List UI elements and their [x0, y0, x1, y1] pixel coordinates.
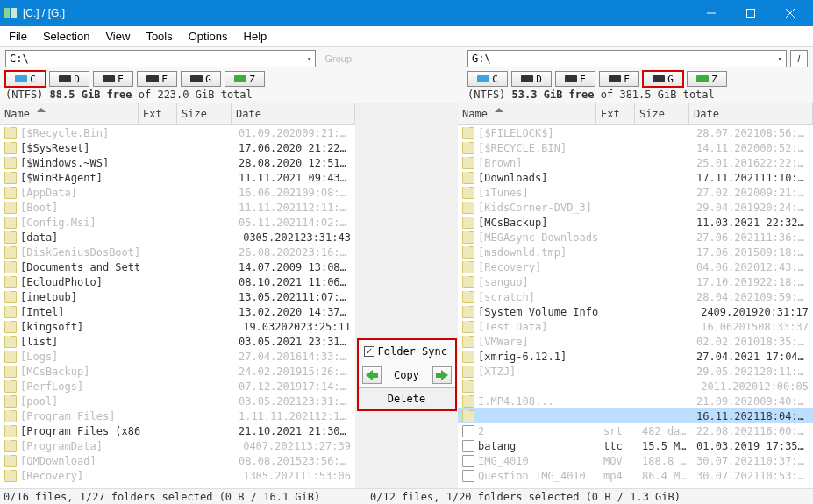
col-size[interactable]: Size [635, 103, 689, 124]
maximize-button[interactable] [731, 0, 770, 26]
chevron-down-icon[interactable]: ▾ [778, 54, 782, 63]
folder-row[interactable]: [pool]03.05.202123:31:43 [0, 394, 355, 408]
folder-row[interactable]: [PerfLogs]07.12.201917:14:52 [0, 379, 355, 394]
left-path-input[interactable]: C:\ ▾ [5, 50, 316, 67]
svg-marker-6 [366, 370, 378, 380]
menu-help[interactable]: Help [244, 30, 267, 43]
menu-view[interactable]: View [105, 30, 130, 43]
right-file-list[interactable]: [$FILELOCK$]28.07.202108:56:10[$RECYCLE.… [458, 125, 813, 488]
delete-button[interactable]: Delete [359, 387, 455, 409]
folder-row[interactable]: [Recovery]1305.202111:53:06 [0, 468, 355, 483]
folder-row[interactable]: [$SysReset]17.06.2020 21:22:42 [0, 140, 355, 155]
item-date: 19.03202023:25:11 [234, 321, 355, 333]
right-path-extra-button[interactable]: / [790, 50, 808, 67]
folder-row[interactable]: [System Volume Informati...2409.201920:3… [458, 304, 813, 319]
folder-row[interactable]: [MCsBackup]11.03.2021 22:32:23 [458, 215, 813, 230]
minimize-button[interactable] [691, 0, 731, 26]
folder-row[interactable]: [Brown]25.01.201622:22:11 [458, 155, 813, 170]
folder-row[interactable]: [$WinREAgent]11.11.2021 09:43:41 [0, 170, 355, 185]
left-drive-f[interactable]: F [137, 71, 177, 87]
folder-row[interactable]: [Downloads]17.11.202111:10:08 [458, 170, 813, 185]
folder-row[interactable]: [$RECYCLE.BIN]14.11.202000:52:03 [458, 140, 813, 155]
folder-row[interactable]: [kingsoft]19.03202023:25:11 [0, 319, 355, 334]
folder-row[interactable]: [VMWare]02.02.201018:35:35 [458, 334, 813, 349]
col-name[interactable]: Name [458, 103, 596, 124]
folder-sync-checkbox[interactable] [364, 346, 374, 357]
folder-row[interactable]: [$FILELOCK$]28.07.202108:56:10 [458, 125, 813, 140]
folder-row[interactable]: [$Recycle.Bin]01.09.202009:21:31 [0, 125, 355, 140]
left-drive-z[interactable]: Z [225, 71, 265, 87]
right-drive-f[interactable]: F [599, 71, 639, 87]
folder-row[interactable]: [MEGAsync Downloads]27.06.202111:36:35 [458, 230, 813, 245]
folder-row[interactable]: [Program Files]1.11.11.202112:10:36 [0, 408, 355, 423]
file-row[interactable]: 2srt482 days22.08.202116:00:36 [458, 423, 813, 438]
copy-left-button[interactable] [362, 366, 382, 384]
menu-selection[interactable]: Selection [43, 30, 89, 43]
right-drive-d[interactable]: D [511, 71, 552, 87]
item-name: I.MP4.108... [478, 395, 554, 408]
file-row[interactable]: batangttc15.5 MiB01.03.2019 17:35:00 [458, 438, 813, 453]
col-size[interactable]: Size [177, 103, 232, 124]
col-date[interactable]: Date [689, 103, 812, 124]
folder-row[interactable]: [inetpub]13.05.202111:07:30 [0, 289, 355, 304]
folder-row[interactable]: [iTunes]27.02.202009:21:46 [458, 185, 813, 200]
file-row[interactable]: Question IMG_4010mp486.4 MiB30.07.202110… [458, 468, 813, 483]
folder-row[interactable]: [QMDownload]08.08.201523:56:55 [0, 453, 355, 468]
item-date: 30.07.202110:37:11 [692, 455, 813, 467]
col-ext[interactable]: Ext [596, 103, 635, 124]
folder-row[interactable]: [XTZJ]29.05.202120:11:08 [458, 364, 813, 379]
right-path-input[interactable]: G:\ ▾ [467, 50, 787, 67]
folder-row[interactable]: [sanguo]17.10.201922:18:54 [458, 274, 813, 289]
item-date: 03.05.202123:31:43 [234, 395, 355, 408]
folder-row[interactable]: [ProgramData]0407.202113:27:39 [0, 438, 355, 453]
left-file-list[interactable]: [$Recycle.Bin]01.09.202009:21:31[$SysRes… [0, 125, 355, 488]
menu-file[interactable]: File [9, 30, 27, 43]
folder-row[interactable]: [Boot]11.11.202112:11:39 [0, 200, 355, 215]
right-drive-z[interactable]: Z [687, 71, 727, 87]
folder-row[interactable]: [EcloudPhoto]08.10.2021 11:06:10 [0, 274, 355, 289]
item-name: [iTunes] [478, 187, 529, 199]
folder-row[interactable]: [Logs]27.04.201614:33:38 [0, 349, 355, 364]
col-name[interactable]: Name [0, 103, 139, 124]
folder-row[interactable]: [$Windows.~WS]28.08.2020 12:51:48 [0, 155, 355, 170]
folder-row[interactable]: [Recovery]04.06.202012:43:06 [458, 259, 813, 274]
folder-row[interactable]: [KidsCorner-DVD_3]29.04.201920:24:24 [458, 200, 813, 215]
menu-tools[interactable]: Tools [146, 30, 172, 43]
folder-row[interactable]: 2011.202012:00:05 [458, 379, 813, 394]
item-name: [Recovery] [20, 470, 83, 482]
copy-right-button[interactable] [432, 366, 452, 384]
left-drive-d[interactable]: D [49, 71, 89, 87]
col-date[interactable]: Date [232, 103, 354, 124]
folder-icon [462, 380, 474, 393]
folder-row[interactable]: [Documents and Settings]14.07.2009 13:08… [0, 259, 355, 274]
folder-row[interactable]: 16.11.202118:04:32 [458, 408, 813, 423]
right-drive-e[interactable]: E [555, 71, 595, 87]
folder-row[interactable]: [data]0305.202123:31:43 [0, 230, 355, 245]
right-drive-g[interactable]: G [643, 71, 683, 87]
folder-row[interactable]: [scratch]28.04.202109:59:21 [458, 289, 813, 304]
menu-options[interactable]: Options [189, 30, 228, 43]
left-drive-e[interactable]: E [93, 71, 133, 87]
window-title: [C:] / [G:] [23, 7, 691, 19]
chevron-down-icon[interactable]: ▾ [307, 54, 311, 63]
folder-row[interactable]: [Program Files (x86)]21.10.2021 21:30:48 [0, 423, 355, 438]
folder-row[interactable]: [xmrig-6.12.1]27.04.2021 17:04:59 [458, 349, 813, 364]
close-button[interactable] [770, 0, 809, 26]
folder-row[interactable]: [AppData]16.06.202109:08:57 [0, 185, 355, 200]
folder-row[interactable]: I.MP4.108...21.09.202009:40:46 [458, 394, 813, 408]
item-date: 05.11.202114:02:48 [234, 217, 355, 229]
item-name: [scratch] [478, 291, 535, 303]
folder-row[interactable]: [msdownld.tmp]17.06.201509:18:44 [458, 245, 813, 259]
folder-row[interactable]: [Config.Msi]05.11.202114:02:48 [0, 215, 355, 230]
col-ext[interactable]: Ext [139, 103, 177, 124]
left-drive-c[interactable]: C [5, 71, 46, 87]
folder-row[interactable]: [list]03.05.2021 23:31:43 [0, 334, 355, 349]
left-drive-g[interactable]: G [181, 71, 221, 87]
item-date: 0305.202123:31:43 [234, 231, 355, 244]
folder-row[interactable]: [Test Data]16.06201508:33:37 [458, 319, 813, 334]
file-row[interactable]: IMG_4010MOV188.8 MiB30.07.202110:37:11 [458, 453, 813, 468]
folder-row[interactable]: [DiskGeniusDosBoot]26.08.202023:16:02 [0, 245, 355, 259]
folder-row[interactable]: [MCsBackup]24.02.201915:26:51 [0, 364, 355, 379]
folder-row[interactable]: [Intel]13.02.2020 14:37:50 [0, 304, 355, 319]
right-drive-c[interactable]: C [467, 71, 508, 87]
